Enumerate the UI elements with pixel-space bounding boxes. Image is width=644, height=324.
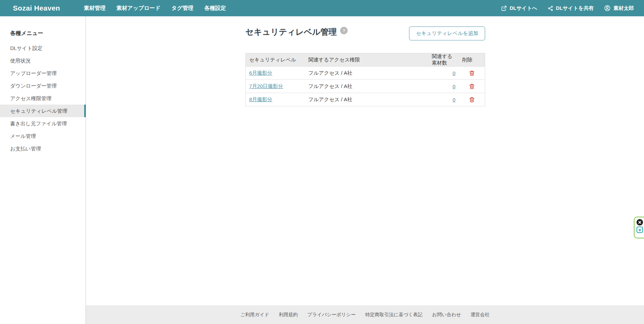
footer-link-operating-company[interactable]: 運営会社 bbox=[471, 312, 490, 318]
trash-icon bbox=[469, 85, 475, 90]
table-row: 8月撮影分 フルアクセス / A社 0 bbox=[246, 93, 485, 106]
column-header-delete: 削除 bbox=[459, 53, 485, 67]
nav-item-tag-management[interactable]: タグ管理 bbox=[171, 5, 194, 12]
security-level-table: セキュリティレベル 関連するアクセス権限 関連する素材数 削除 6月撮影分 フル… bbox=[245, 53, 485, 106]
delete-button[interactable] bbox=[468, 69, 476, 77]
main-area: セキュリティレベル管理 ? セキュリティレベルを追加 セキュリティレベル 関連す… bbox=[86, 16, 644, 324]
security-level-link[interactable]: 7月20日撮影分 bbox=[249, 83, 283, 89]
security-level-link[interactable]: 8月撮影分 bbox=[249, 96, 272, 102]
sidebar-item-dl-site-settings[interactable]: DLサイト設定 bbox=[0, 42, 86, 54]
share-icon bbox=[548, 5, 553, 11]
user-circle-icon bbox=[604, 5, 611, 12]
footer-link-contact[interactable]: お問い合わせ bbox=[432, 312, 461, 318]
material-count-link[interactable]: 0 bbox=[453, 97, 455, 103]
page-layout: 各種メニュー DLサイト設定 使用状況 アップローダー管理 ダウンローダー管理 … bbox=[0, 16, 644, 324]
nav-item-material-management[interactable]: 素材管理 bbox=[84, 5, 106, 12]
delete-button[interactable] bbox=[468, 83, 476, 90]
nav-item-settings[interactable]: 各種設定 bbox=[204, 5, 226, 12]
page-title: セキュリティレベル管理 bbox=[245, 26, 337, 37]
user-menu[interactable]: 素材太郎 bbox=[604, 5, 634, 12]
title-row: セキュリティレベル管理 ? セキュリティレベルを追加 bbox=[245, 26, 485, 40]
dl-site-link-label: DLサイトへ bbox=[510, 5, 537, 12]
trash-icon bbox=[469, 72, 475, 77]
material-count-link[interactable]: 0 bbox=[453, 84, 455, 89]
sidebar-item-mail-management[interactable]: メール管理 bbox=[0, 130, 86, 142]
sidebar-title: 各種メニュー bbox=[0, 30, 86, 37]
dl-site-share-button[interactable]: DLサイトを共有 bbox=[548, 5, 594, 12]
sidebar-item-security-level-management[interactable]: セキュリティレベル管理 bbox=[0, 105, 86, 117]
footer-link-terms[interactable]: 利用規約 bbox=[279, 312, 298, 318]
extension-badge-icon[interactable]: e bbox=[637, 227, 643, 233]
table-row: 6月撮影分 フルアクセス / A社 0 bbox=[246, 67, 485, 80]
sidebar-item-access-permission-management[interactable]: アクセス権限管理 bbox=[0, 92, 86, 105]
access-permission-cell: フルアクセス / A社 bbox=[305, 67, 428, 80]
footer-link-privacy-policy[interactable]: プライバシーポリシー bbox=[307, 312, 356, 318]
dl-site-link[interactable]: DLサイトへ bbox=[501, 5, 537, 12]
column-header-material-count: 関連する素材数 bbox=[428, 53, 459, 67]
trash-icon bbox=[469, 98, 475, 104]
table-header-row: セキュリティレベル 関連するアクセス権限 関連する素材数 削除 bbox=[246, 53, 485, 67]
sidebar-item-export-source-file-management[interactable]: 書き出し元ファイル管理 bbox=[0, 117, 86, 130]
title-left: セキュリティレベル管理 ? bbox=[245, 26, 348, 37]
delete-button[interactable] bbox=[468, 96, 476, 103]
browser-extension-widget: e bbox=[634, 217, 644, 238]
brand-logo[interactable]: Sozai Heaven bbox=[13, 4, 60, 12]
column-header-security-level: セキュリティレベル bbox=[246, 53, 305, 67]
close-icon[interactable] bbox=[637, 219, 643, 226]
top-bar: Sozai Heaven 素材管理 素材アップロード タグ管理 各種設定 DLサ… bbox=[0, 0, 644, 16]
sidebar-item-payment-management[interactable]: お支払い管理 bbox=[0, 142, 86, 155]
content: セキュリティレベル管理 ? セキュリティレベルを追加 セキュリティレベル 関連す… bbox=[245, 16, 485, 106]
sidebar-item-uploader-management[interactable]: アップローダー管理 bbox=[0, 67, 86, 79]
access-permission-cell: フルアクセス / A社 bbox=[305, 80, 428, 93]
footer-link-user-guide[interactable]: ご利用ガイド bbox=[240, 312, 269, 318]
external-link-icon bbox=[501, 5, 507, 11]
top-nav: 素材管理 素材アップロード タグ管理 各種設定 bbox=[84, 5, 226, 12]
column-header-access-permission: 関連するアクセス権限 bbox=[305, 53, 428, 67]
nav-item-material-upload[interactable]: 素材アップロード bbox=[116, 5, 161, 12]
help-icon[interactable]: ? bbox=[340, 27, 348, 34]
table-row: 7月20日撮影分 フルアクセス / A社 0 bbox=[246, 80, 485, 93]
footer: ご利用ガイド 利用規約 プライバシーポリシー 特定商取引法に基づく表記 お問い合… bbox=[86, 305, 644, 324]
add-security-level-button[interactable]: セキュリティレベルを追加 bbox=[409, 26, 485, 40]
sidebar-item-usage-status[interactable]: 使用状況 bbox=[0, 54, 86, 67]
user-name-label: 素材太郎 bbox=[613, 5, 634, 12]
material-count-link[interactable]: 0 bbox=[453, 70, 455, 76]
sidebar-item-downloader-management[interactable]: ダウンローダー管理 bbox=[0, 79, 86, 92]
security-level-link[interactable]: 6月撮影分 bbox=[249, 70, 272, 76]
access-permission-cell: フルアクセス / A社 bbox=[305, 93, 428, 106]
top-bar-right: DLサイトへ DLサイトを共有 素材太郎 bbox=[501, 5, 634, 12]
dl-site-share-label: DLサイトを共有 bbox=[556, 5, 594, 12]
sidebar: 各種メニュー DLサイト設定 使用状況 アップローダー管理 ダウンローダー管理 … bbox=[0, 16, 86, 324]
footer-link-commercial-transactions[interactable]: 特定商取引法に基づく表記 bbox=[365, 312, 423, 318]
